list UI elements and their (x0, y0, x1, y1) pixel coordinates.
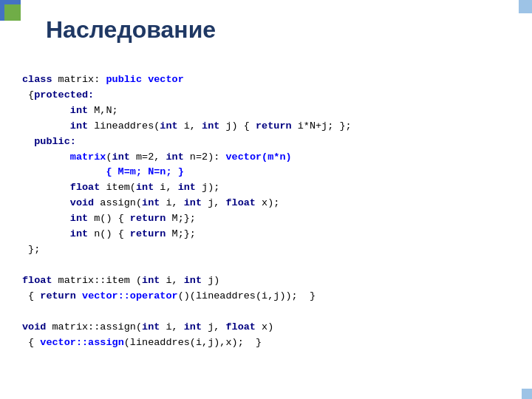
code-block: class matrix: public vector {protected: … (22, 57, 510, 366)
code-line-10: int m() { return M;}; (22, 213, 196, 224)
code-line-7: { M=m; N=n; } (22, 166, 184, 177)
code-line-15: void matrix::assign(int i, int j, float … (22, 321, 273, 332)
code-line-3: int M,N; (22, 105, 118, 116)
code-line-14: { return vector::operator()(lineaddres(i… (22, 290, 316, 301)
code-line-16: { vector::assign(lineaddres(i,j),x); } (22, 337, 262, 348)
code-line-13: float matrix::item (int i, int j) (22, 275, 219, 286)
code-line-2: {protected: (22, 89, 94, 100)
code-line-8: float item(int i, int j); (22, 182, 219, 193)
code-line-1: class matrix: public vector (22, 74, 184, 85)
corner-tl-inner-decoration (4, 4, 21, 21)
slide: Наследование class matrix: public vector… (0, 0, 532, 399)
code-line-12: }; (22, 244, 40, 255)
corner-tr-decoration (519, 0, 532, 13)
corner-br-decoration (522, 389, 532, 399)
code-line-4: int lineaddres(int i, int j) { return i*… (22, 120, 352, 132)
slide-title: Наследование (46, 16, 510, 44)
code-line-6: matrix(int m=2, int n=2): vector(m*n) (22, 151, 292, 163)
code-line-9: void assign(int i, int j, float x); (22, 197, 279, 208)
code-line-5: public: (22, 136, 76, 147)
code-line-11: int n() { return M;}; (22, 228, 196, 239)
